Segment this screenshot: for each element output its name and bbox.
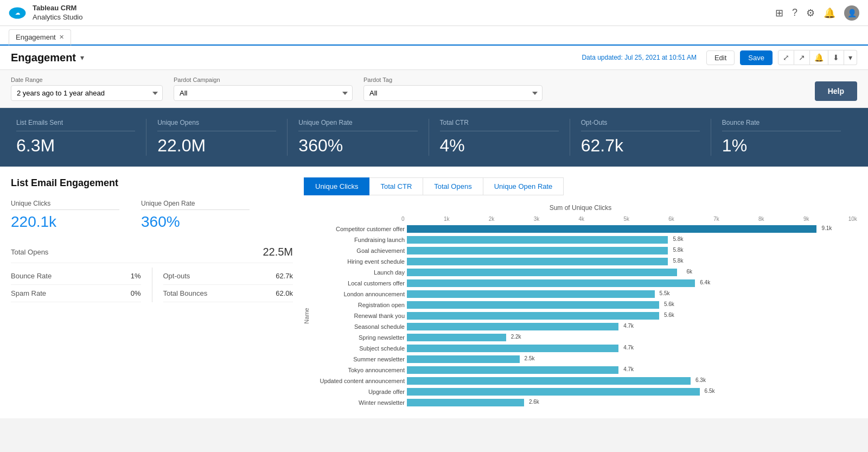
bar-track: 5.6k	[407, 301, 857, 309]
tab-bar: Engagement ✕	[0, 26, 868, 46]
chart-row: Hiring event schedule5.8k	[309, 257, 857, 266]
axis-label: 6k	[668, 216, 674, 222]
total-opens-row: Total Opens 22.5M	[11, 241, 293, 263]
bar-fill: 4.7k	[407, 323, 618, 330]
stat-label: Opt-Outs	[581, 119, 700, 131]
total-opens-label: Total Opens	[11, 248, 48, 256]
bar-label: Spring newsletter	[309, 334, 405, 341]
unique-open-rate-value: 360%	[141, 213, 250, 231]
bell-icon[interactable]: 🔔	[824, 7, 835, 19]
spam-rate-row: Spam Rate 0%	[11, 285, 141, 302]
axis-label: 2k	[489, 216, 495, 222]
page-title-row: Engagement ▾	[11, 52, 84, 64]
metric-col-left: Bounce Rate 1% Spam Rate 0%	[11, 268, 152, 302]
edit-button[interactable]: Edit	[706, 50, 735, 65]
axis-label: 5k	[623, 216, 629, 222]
stat-label: Bounce Rate	[722, 119, 841, 131]
bar-fill: 2.2k	[407, 334, 506, 341]
unique-open-rate-metric: Unique Open Rate 360%	[141, 200, 250, 231]
download-button[interactable]: ⬇	[828, 50, 844, 65]
bar-track: 4.7k	[407, 323, 857, 330]
total-opens-value: 22.5M	[263, 246, 293, 258]
user-icon[interactable]: 👤	[844, 5, 859, 21]
action-buttons: ⤢ ↗ 🔔 ⬇ ▾	[778, 50, 857, 65]
tab-engagement[interactable]: Engagement ✕	[9, 29, 71, 46]
pardot-campaign-label: Pardot Campaign	[174, 77, 353, 83]
axis-label: 8k	[758, 216, 764, 222]
stat-value: 62.7k	[581, 136, 700, 156]
chart-row: Tokyo announcement4.7k	[309, 365, 857, 375]
bounce-rate-row: Bounce Rate 1%	[11, 268, 141, 285]
tab-close-icon[interactable]: ✕	[59, 34, 64, 41]
chart-row: Winter newsletter2.6k	[309, 398, 857, 408]
bar-fill: 6k	[407, 269, 677, 276]
pardot-tag-select[interactable]: All	[363, 85, 542, 101]
unique-clicks-label: Unique Clicks	[11, 200, 119, 210]
stat-label: Unique Open Rate	[298, 119, 417, 131]
bar-fill: 5.5k	[407, 290, 655, 298]
app-name: Tableau CRM Analytics Studio	[33, 4, 83, 22]
stat-item: List Emails Sent 6.3M	[16, 119, 146, 156]
bar-value-label: 5.6k	[664, 301, 674, 307]
bar-value-label: 2.6k	[529, 399, 539, 405]
axis-label: 4k	[579, 216, 585, 222]
date-range-filter: Date Range 2 years ago to 1 year ahead	[11, 77, 163, 101]
chart-row: Spring newsletter2.2k	[309, 333, 857, 342]
pardot-campaign-select[interactable]: All	[174, 85, 353, 101]
bar-fill: 2.5k	[407, 355, 520, 363]
grid-icon[interactable]: ⊞	[775, 7, 783, 19]
help-icon[interactable]: ?	[792, 7, 797, 18]
axis-label: 10k	[848, 216, 857, 222]
bar-track: 6.5k	[407, 388, 857, 396]
notification-button[interactable]: 🔔	[810, 50, 828, 65]
stat-item: Unique Opens 22.0M	[146, 119, 288, 156]
bar-value-label: 2.2k	[511, 334, 521, 340]
date-range-select[interactable]: 2 years ago to 1 year ahead	[11, 85, 163, 101]
bar-track: 2.6k	[407, 399, 857, 406]
engagement-layout: List Email Engagement Unique Clicks 220.…	[11, 177, 857, 408]
stat-value: 22.0M	[157, 136, 276, 156]
bar-fill: 5.8k	[407, 258, 668, 265]
left-panel: List Email Engagement Unique Clicks 220.…	[11, 177, 293, 408]
chart-tab-unique-open-rate[interactable]: Unique Open Rate	[483, 177, 564, 195]
share-button[interactable]: ↗	[794, 50, 810, 65]
more-button[interactable]: ▾	[844, 50, 857, 65]
help-button[interactable]: Help	[815, 81, 857, 101]
chart-row: Competitor customer offer9.1k	[309, 224, 857, 234]
pardot-tag-filter: Pardot Tag All	[363, 77, 542, 101]
chart-row: Upgrade offer6.5k	[309, 387, 857, 397]
section-title: List Email Engagement	[11, 177, 293, 189]
settings-icon[interactable]: ⚙	[806, 7, 815, 19]
bar-track: 4.7k	[407, 366, 857, 374]
chart-row: Summer newsletter2.5k	[309, 354, 857, 364]
stat-value: 4%	[440, 136, 559, 156]
chart-title: Sum of Unique Clicks	[304, 204, 857, 212]
bar-track: 5.8k	[407, 258, 857, 265]
bar-label: London announcement	[309, 291, 405, 297]
save-button[interactable]: Save	[740, 50, 773, 65]
bar-fill: 4.7k	[407, 366, 618, 374]
right-panel: Unique ClicksTotal CTRTotal OpensUnique …	[304, 177, 857, 408]
page-title-chevron[interactable]: ▾	[80, 53, 84, 62]
stat-label: Total CTR	[440, 119, 559, 131]
bar-value-label: 4.7k	[623, 366, 634, 372]
chart-tab-total-opens[interactable]: Total Opens	[423, 177, 483, 195]
opt-outs-label: Opt-outs	[163, 272, 190, 280]
stat-value: 360%	[298, 136, 417, 156]
chart-tab-unique-clicks[interactable]: Unique Clicks	[304, 177, 369, 195]
bar-track: 5.8k	[407, 236, 857, 244]
bar-label: Launch day	[309, 269, 405, 276]
bar-label: Upgrade offer	[309, 389, 405, 395]
chart-tab-total-ctr[interactable]: Total CTR	[369, 177, 423, 195]
unique-clicks-metric: Unique Clicks 220.1k	[11, 200, 119, 231]
stat-item: Total CTR 4%	[429, 119, 570, 156]
total-bounces-row: Total Bounces 62.0k	[163, 285, 293, 302]
bar-value-label: 6k	[686, 269, 692, 275]
data-updated: Data updated: Jul 25, 2021 at 10:51 AM	[582, 54, 697, 61]
fullscreen-button[interactable]: ⤢	[778, 50, 794, 65]
bar-label: Updated content announcement	[309, 378, 405, 384]
bounce-rate-label: Bounce Rate	[11, 272, 52, 280]
pardot-campaign-filter: Pardot Campaign All	[174, 77, 353, 101]
bar-value-label: 6.4k	[700, 279, 710, 285]
chart-row: Local customers offer6.4k	[309, 278, 857, 288]
